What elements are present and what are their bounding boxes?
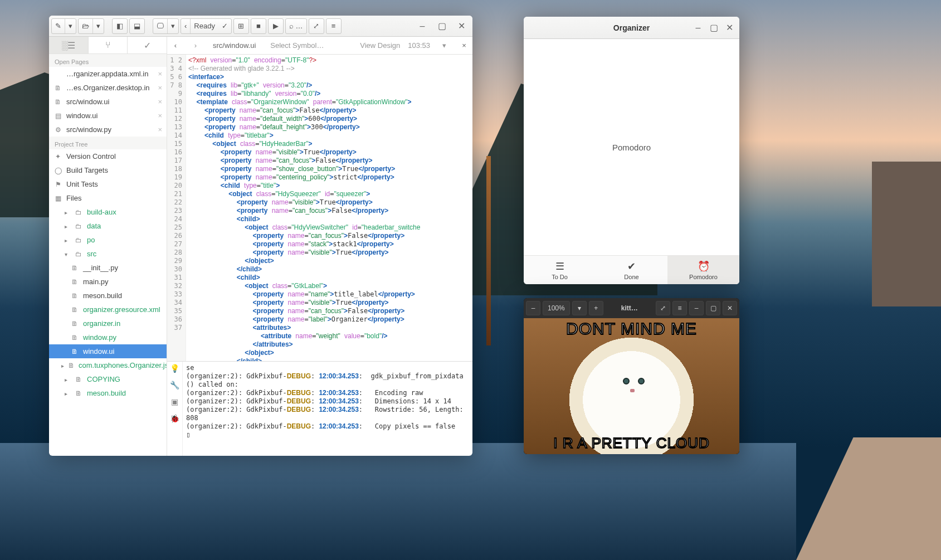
file-item[interactable]: 🗎main.py bbox=[49, 275, 167, 289]
panel-bottom-icon: ⬓ bbox=[134, 22, 140, 30]
image-viewer-headerbar: – 100% ▾ + kitt… ⤢ ≡ – ▢ ✕ bbox=[524, 298, 739, 318]
tree-view-tab[interactable]: ░☰ bbox=[49, 37, 89, 53]
open-page-item[interactable]: …rganizer.appdata.xml.in× bbox=[49, 67, 167, 81]
cursor-position: 103:53 bbox=[408, 41, 430, 50]
open-pages-header: Open Pages bbox=[49, 54, 167, 67]
maximize-button[interactable]: ▢ bbox=[706, 301, 720, 315]
sidebar: ░☰ ⑂ ✓ Open Pages …rganizer.appdata.xml.… bbox=[49, 37, 167, 456]
tab-menu-button[interactable]: ▾ bbox=[438, 41, 450, 50]
editor-tabbar: ‹ › src/window.ui Select Symbol… View De… bbox=[167, 37, 472, 55]
image-viewer-window: – 100% ▾ + kitt… ⤢ ≡ – ▢ ✕ DONT MIND ME … bbox=[524, 298, 739, 454]
file-item[interactable]: 🗎COPYING bbox=[49, 372, 167, 386]
fullscreen-button[interactable]: ⤢ bbox=[656, 301, 670, 315]
chevron-left-icon: ‹ bbox=[181, 19, 191, 33]
code-editor[interactable]: <?xml version="1.0" encoding="UTF-8"?> <… bbox=[186, 55, 472, 361]
panel-left-toggle[interactable]: ◧ bbox=[112, 18, 128, 34]
file-item[interactable]: 🗎com.tuxphones.Organizer.js bbox=[49, 358, 167, 372]
nav-forward-button[interactable]: › bbox=[189, 41, 202, 50]
log-panel-icons: 💡 🔧 ▣ 🐞 bbox=[167, 362, 183, 456]
close-button[interactable]: ✕ bbox=[452, 18, 470, 34]
menu-button[interactable]: ≡ bbox=[672, 301, 687, 315]
run-button[interactable]: ▶ bbox=[268, 18, 284, 34]
nav-back-button[interactable]: ‹ bbox=[169, 41, 182, 50]
zoom-in-button[interactable]: + bbox=[589, 301, 603, 315]
editor-area: ‹ › src/window.ui Select Symbol… View De… bbox=[167, 37, 472, 456]
tab-close-button[interactable]: × bbox=[458, 41, 470, 50]
view-design-button[interactable]: View Design bbox=[360, 41, 400, 50]
file-item[interactable]: 🗎organizer.in bbox=[49, 316, 167, 330]
panel-bottom-toggle[interactable]: ⬓ bbox=[129, 18, 145, 34]
switcher-to-do[interactable]: ☰To Do bbox=[524, 256, 596, 284]
project-section[interactable]: ⚑Unit Tests bbox=[49, 177, 167, 191]
build-status-label: Ready bbox=[191, 19, 218, 33]
search-button[interactable]: ⌕ … bbox=[285, 18, 307, 34]
file-item[interactable]: 🗎__init__.py bbox=[49, 261, 167, 275]
minimize-button[interactable]: – bbox=[413, 18, 431, 34]
project-section[interactable]: ◯Build Targets bbox=[49, 163, 167, 177]
menu-button[interactable]: ≡ bbox=[326, 18, 342, 34]
file-item[interactable]: 🗎window.ui bbox=[49, 344, 167, 358]
todo-view-tab[interactable]: ✓ bbox=[128, 37, 167, 53]
zoom-level[interactable]: 100% bbox=[543, 301, 570, 315]
play-icon: ▶ bbox=[273, 22, 279, 30]
expand-icon: ⤢ bbox=[313, 22, 319, 30]
folder[interactable]: 🗀data bbox=[49, 219, 167, 233]
close-button[interactable]: ✕ bbox=[723, 301, 737, 315]
switcher-pomodoro[interactable]: ⏰Pomodoro bbox=[667, 256, 739, 284]
vcs-view-tab[interactable]: ⑂ bbox=[89, 37, 128, 53]
file-item[interactable]: 🗎organizer.gresource.xml bbox=[49, 303, 167, 316]
new-split-button[interactable]: ✎▾ bbox=[51, 18, 76, 34]
monitor-icon: 🖵 bbox=[153, 19, 168, 33]
organizer-headerbar: Organizer – ▢ ✕ bbox=[524, 17, 739, 39]
file-item[interactable]: 🗎meson.build bbox=[49, 289, 167, 303]
open-page-item[interactable]: ⚙src/window.py× bbox=[49, 123, 167, 137]
close-button[interactable]: ✕ bbox=[721, 20, 737, 36]
zoom-out-button[interactable]: – bbox=[526, 301, 540, 315]
debug-icon[interactable]: 🐞 bbox=[170, 414, 179, 423]
organizer-view-switcher: ☰To Do✔Done⏰Pomodoro bbox=[524, 255, 739, 284]
file-path-label[interactable]: src/window.ui bbox=[209, 41, 259, 50]
build-status-button[interactable]: ‹ Ready ✓ bbox=[181, 18, 232, 34]
project-section[interactable]: ✦Version Control bbox=[49, 149, 167, 163]
check-icon: ✓ bbox=[218, 19, 231, 33]
organizer-content: Pomodoro bbox=[524, 39, 739, 255]
open-split-button[interactable]: 🗁▾ bbox=[78, 18, 104, 34]
open-page-item[interactable]: ▤window.ui× bbox=[49, 109, 167, 123]
files-root[interactable]: ▦Files bbox=[49, 191, 167, 205]
chevron-down-icon: ▾ bbox=[168, 19, 178, 33]
open-page-item[interactable]: 🗎src/window.ui× bbox=[49, 95, 167, 109]
fullscreen-button[interactable]: ⤢ bbox=[309, 18, 324, 34]
image-viewer-canvas[interactable]: DONT MIND ME I R A PRETTY CLOUD bbox=[524, 318, 739, 454]
minimize-button[interactable]: – bbox=[689, 301, 704, 315]
file-item[interactable]: 🗎meson.build bbox=[49, 386, 167, 400]
open-icon: 🗁 bbox=[79, 19, 93, 33]
wrench-icon[interactable]: 🔧 bbox=[170, 381, 179, 389]
device-split-button[interactable]: 🖵▾ bbox=[153, 18, 179, 34]
maximize-button[interactable]: ▢ bbox=[706, 20, 721, 36]
file-item[interactable]: 🗎window.py bbox=[49, 330, 167, 344]
folder[interactable]: 🗀build-aux bbox=[49, 205, 167, 219]
builder-ide-window: ✎▾ 🗁▾ ◧ ⬓ 🖵▾ ‹ Ready ✓ ⊞ ■ ▶ ⌕ … ⤢ ≡ – ▢… bbox=[49, 16, 472, 456]
terminal-icon[interactable]: ▣ bbox=[171, 397, 178, 406]
zoom-menu-button[interactable]: ▾ bbox=[572, 301, 587, 315]
log-output[interactable]: se (organizer:2): GdkPixbuf-DEBUG: 12:00… bbox=[183, 362, 472, 456]
bulb-icon[interactable]: 💡 bbox=[170, 364, 179, 373]
stop-button[interactable]: ■ bbox=[251, 18, 266, 34]
brick-icon: ⊞ bbox=[238, 22, 244, 30]
folder-src[interactable]: 🗀src bbox=[49, 247, 167, 261]
meme-caption-bottom: I R A PRETTY CLOUD bbox=[524, 435, 739, 452]
folder[interactable]: 🗀po bbox=[49, 233, 167, 247]
open-page-item[interactable]: 🗎…es.Organizer.desktop.in× bbox=[49, 81, 167, 95]
build-button[interactable]: ⊞ bbox=[233, 18, 249, 34]
panel-left-icon: ◧ bbox=[116, 22, 123, 30]
maximize-button[interactable]: ▢ bbox=[433, 18, 451, 34]
hamburger-icon: ≡ bbox=[331, 22, 336, 30]
stop-icon: ■ bbox=[256, 22, 261, 30]
ide-toolbar: ✎▾ 🗁▾ ◧ ⬓ 🖵▾ ‹ Ready ✓ ⊞ ■ ▶ ⌕ … ⤢ ≡ – ▢… bbox=[49, 16, 472, 37]
symbol-selector[interactable]: Select Symbol… bbox=[267, 41, 327, 50]
pencil-icon: ✎ bbox=[52, 19, 65, 33]
minimize-button[interactable]: – bbox=[690, 20, 706, 36]
organizer-title: Organizer bbox=[613, 23, 650, 32]
sidebar-view-switcher: ░☰ ⑂ ✓ bbox=[49, 37, 167, 54]
switcher-done[interactable]: ✔Done bbox=[596, 256, 667, 284]
